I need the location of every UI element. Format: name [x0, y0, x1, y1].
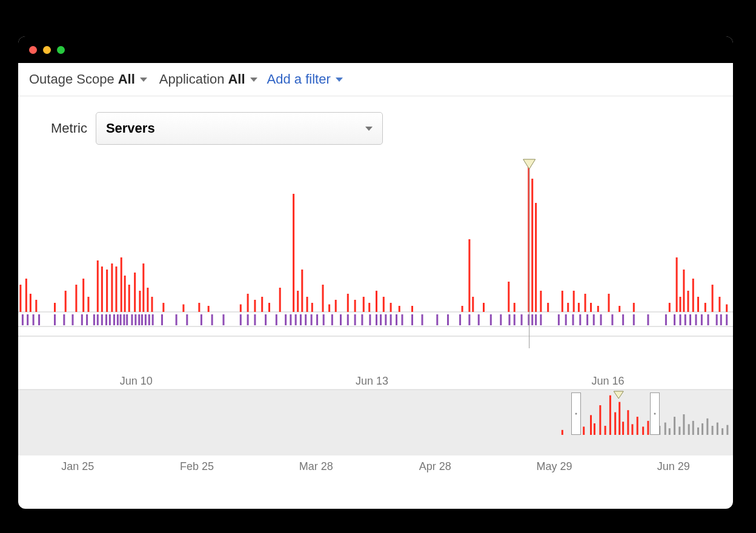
- maximize-icon[interactable]: [57, 46, 65, 54]
- svg-rect-93: [93, 314, 95, 325]
- svg-rect-156: [540, 314, 542, 325]
- svg-rect-75: [680, 297, 681, 312]
- svg-rect-127: [316, 314, 318, 325]
- svg-rect-209: [706, 419, 708, 435]
- svg-rect-197: [647, 421, 649, 435]
- svg-rect-146: [468, 314, 470, 325]
- svg-rect-145: [459, 314, 461, 325]
- axis-tick: Apr 28: [376, 460, 495, 473]
- svg-rect-14: [106, 270, 108, 312]
- svg-rect-110: [161, 314, 163, 325]
- overview-chart[interactable]: [18, 389, 733, 455]
- svg-rect-102: [126, 314, 128, 325]
- svg-rect-123: [295, 314, 297, 325]
- svg-rect-149: [500, 314, 502, 325]
- close-icon[interactable]: [29, 46, 37, 54]
- brush-handle-left[interactable]: [571, 392, 581, 435]
- svg-rect-101: [123, 314, 125, 325]
- svg-rect-143: [436, 314, 438, 325]
- svg-rect-60: [535, 203, 537, 312]
- add-filter-label: Add a filter: [267, 71, 331, 87]
- svg-rect-66: [578, 303, 580, 312]
- svg-rect-65: [573, 291, 575, 312]
- svg-rect-27: [198, 303, 200, 312]
- main-chart[interactable]: [18, 154, 733, 366]
- svg-rect-144: [447, 314, 449, 325]
- svg-rect-85: [27, 314, 28, 325]
- svg-rect-57: [514, 303, 516, 312]
- svg-rect-53: [468, 239, 470, 312]
- svg-rect-87: [38, 314, 40, 325]
- svg-rect-182: [562, 430, 563, 435]
- svg-rect-135: [376, 314, 377, 325]
- svg-rect-200: [665, 423, 666, 435]
- svg-rect-172: [689, 314, 691, 325]
- svg-rect-112: [186, 314, 188, 325]
- svg-rect-17: [121, 257, 122, 312]
- svg-rect-118: [254, 314, 256, 325]
- metric-value: Servers: [106, 121, 155, 136]
- svg-rect-61: [540, 291, 542, 312]
- svg-rect-50: [399, 306, 400, 312]
- svg-rect-161: [586, 314, 588, 325]
- svg-rect-176: [716, 314, 718, 325]
- svg-rect-210: [712, 426, 714, 435]
- svg-rect-111: [176, 314, 177, 325]
- svg-rect-12: [97, 260, 99, 312]
- svg-rect-23: [147, 288, 148, 312]
- browser-window: Outage Scope All Application All Add a f…: [18, 36, 733, 509]
- axis-tick: Feb 25: [138, 460, 257, 473]
- chevron-down-icon: [250, 78, 257, 82]
- svg-rect-20: [134, 273, 136, 312]
- svg-rect-130: [340, 314, 342, 325]
- filter-application[interactable]: Application All: [159, 71, 257, 87]
- svg-rect-195: [637, 417, 638, 435]
- svg-rect-147: [478, 314, 480, 325]
- svg-rect-178: [726, 314, 728, 325]
- svg-rect-165: [622, 314, 624, 325]
- minimize-icon[interactable]: [43, 46, 51, 54]
- svg-rect-64: [567, 303, 569, 312]
- svg-rect-69: [597, 306, 599, 312]
- svg-marker-214: [614, 391, 623, 399]
- svg-rect-21: [139, 291, 141, 312]
- svg-rect-155: [535, 314, 537, 325]
- add-filter-button[interactable]: Add a filter: [267, 71, 343, 87]
- svg-rect-107: [145, 314, 147, 325]
- svg-rect-185: [590, 415, 592, 435]
- svg-rect-141: [411, 314, 413, 325]
- svg-rect-116: [240, 314, 242, 325]
- svg-rect-175: [708, 314, 709, 325]
- svg-rect-45: [363, 297, 365, 312]
- svg-rect-138: [390, 314, 392, 325]
- svg-rect-163: [600, 314, 602, 325]
- svg-rect-126: [311, 314, 313, 325]
- svg-rect-16: [115, 266, 117, 312]
- svg-rect-174: [701, 314, 703, 325]
- axis-tick: Jan 25: [18, 460, 138, 473]
- svg-rect-207: [697, 428, 699, 435]
- svg-rect-62: [547, 303, 549, 312]
- svg-rect-142: [422, 314, 423, 325]
- svg-rect-19: [128, 285, 130, 312]
- svg-rect-151: [514, 314, 516, 325]
- svg-rect-33: [268, 303, 270, 312]
- svg-rect-55: [483, 303, 485, 312]
- svg-rect-6: [35, 300, 37, 312]
- svg-rect-34: [279, 288, 281, 312]
- svg-rect-30: [247, 294, 249, 312]
- svg-rect-173: [695, 314, 697, 325]
- filter-outage-scope[interactable]: Outage Scope All: [29, 71, 147, 87]
- svg-rect-211: [717, 423, 718, 435]
- svg-rect-105: [138, 314, 140, 325]
- svg-rect-59: [531, 179, 533, 312]
- svg-rect-190: [614, 412, 616, 435]
- svg-rect-67: [585, 294, 586, 312]
- svg-rect-4: [25, 279, 27, 312]
- metric-select[interactable]: Servers: [96, 112, 383, 145]
- svg-rect-148: [490, 314, 492, 325]
- brush-handle-right[interactable]: [650, 392, 660, 435]
- svg-rect-167: [647, 314, 649, 325]
- svg-rect-202: [674, 417, 675, 435]
- svg-rect-132: [354, 314, 356, 325]
